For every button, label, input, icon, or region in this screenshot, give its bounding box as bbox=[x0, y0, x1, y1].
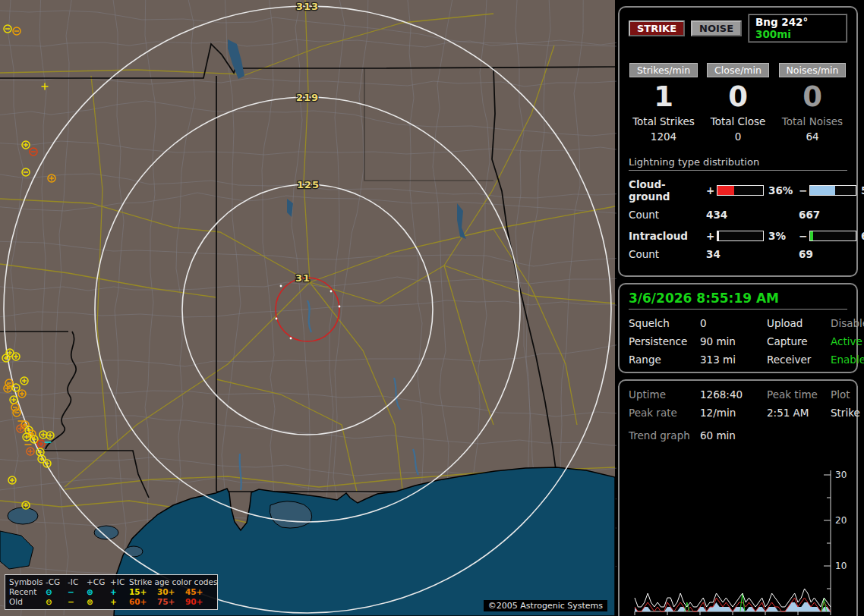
lightning-map[interactable]: 313 219 125 31 Symbols -CG -IC +CG +IC S… bbox=[0, 0, 616, 616]
close-per-min-chip[interactable]: Close/min bbox=[707, 63, 769, 77]
trend-graph-label: Trend graph bbox=[629, 429, 700, 442]
status-panel: STRIKE NOISE Bng 242° 300mi Strikes/min … bbox=[616, 0, 864, 616]
ic-negative-count: 69 bbox=[799, 248, 847, 260]
total-noises-value: 64 bbox=[777, 130, 847, 143]
total-strikes-value: 1204 bbox=[629, 130, 698, 143]
range-value: 313 mi bbox=[700, 354, 767, 366]
lightning-distribution: Lightning type distribution Cloud-ground… bbox=[629, 156, 847, 260]
status-grid: Squelch 0 Upload Disabled Persistence 90… bbox=[629, 317, 847, 366]
strikes-per-min: Strikes/min 1 Total Strikes 1204 bbox=[629, 62, 698, 143]
map-legend: Symbols -CG -IC +CG +IC Strike age color… bbox=[5, 574, 218, 610]
legend-row: Old⊖−⊕+60+75+90+ bbox=[9, 597, 213, 607]
lake-pontchartrain bbox=[270, 501, 311, 528]
cg-negative-count: 667 bbox=[799, 209, 847, 221]
age-code-label: 30+ bbox=[157, 587, 185, 597]
legend-symbols-label: Symbols bbox=[9, 577, 46, 587]
noises-per-min-value: 0 bbox=[777, 80, 847, 114]
trend-graph-label-row: Trend graph 60 min bbox=[629, 429, 847, 442]
noises-per-min: Noises/min 0 Total Noises 64 bbox=[777, 62, 847, 143]
legend-col-pcg: +CG bbox=[87, 577, 110, 587]
rate-counters: Strikes/min 1 Total Strikes 1204 Close/m… bbox=[629, 62, 847, 143]
ring-label-313: 313 bbox=[296, 1, 319, 12]
cg-positive-pct: 36% bbox=[764, 184, 799, 196]
noises-per-min-chip[interactable]: Noises/min bbox=[779, 63, 847, 77]
total-noises-label: Total Noises bbox=[777, 115, 847, 127]
persistence-value: 90 min bbox=[700, 335, 767, 347]
legend-symbol-icon: ⊕ bbox=[87, 597, 110, 607]
map-canvas: 313 219 125 31 bbox=[0, 0, 616, 616]
ic-negative-bar bbox=[809, 231, 856, 241]
peak-time-label: Peak time bbox=[767, 388, 831, 401]
close-per-min-value: 0 bbox=[703, 80, 773, 114]
plot-label: Plot bbox=[831, 388, 860, 401]
trend-graph: 1020306050403020100min bbox=[629, 443, 856, 616]
strike-toggle-button[interactable]: STRIKE bbox=[629, 20, 685, 36]
intracloud-label: Intracloud bbox=[629, 230, 706, 242]
ic-positive-bar bbox=[717, 231, 764, 241]
legend-rows: Recent⊖−⊕+15+30+45+Old⊖−⊕+60+75+90+ bbox=[9, 587, 213, 607]
legend-col-pic: +IC bbox=[110, 577, 129, 587]
age-code-label: 90+ bbox=[185, 597, 213, 607]
total-close-value: 0 bbox=[703, 130, 773, 143]
bearing-badge: Bng 242° 300mi bbox=[748, 14, 847, 42]
trend-box: Uptime 1268:40 Peak time Plot Peak rate … bbox=[618, 379, 858, 616]
upload-label: Upload bbox=[767, 317, 831, 329]
svg-text:10: 10 bbox=[835, 561, 847, 571]
system-status-box: 3/6/2026 8:55:19 AM Squelch 0 Upload Dis… bbox=[618, 283, 858, 373]
ic-negative-pct: 6% bbox=[856, 230, 864, 242]
legend-symbol-icon: ⊕ bbox=[87, 587, 110, 597]
peak-rate-label: Peak rate bbox=[629, 407, 700, 419]
strikes-per-min-value: 1 bbox=[629, 80, 698, 114]
legend-header-row: Symbols -CG -IC +CG +IC Strike age color… bbox=[9, 577, 213, 587]
intracloud-row: Intracloud + 3% − 6% bbox=[629, 230, 847, 242]
cloud-ground-label: Cloud-ground bbox=[629, 178, 706, 203]
squelch-value: 0 bbox=[700, 317, 767, 329]
distribution-title: Lightning type distribution bbox=[629, 156, 847, 171]
intracloud-counts: Count 34 69 bbox=[629, 248, 847, 260]
legend-symbol-icon: ⊖ bbox=[46, 587, 68, 597]
legend-symbol-icon: ⊖ bbox=[46, 597, 68, 607]
datetime-display: 3/6/2026 8:55:19 AM bbox=[629, 291, 847, 310]
legend-col-ncg: -CG bbox=[46, 577, 68, 587]
legend-symbol-icon: + bbox=[110, 587, 129, 597]
legend-symbol-icon: + bbox=[110, 597, 129, 607]
cloud-ground-counts: Count 434 667 bbox=[629, 209, 847, 221]
uptime-grid: Uptime 1268:40 Peak time Plot Peak rate … bbox=[629, 388, 847, 419]
cg-positive-bar bbox=[717, 185, 764, 196]
trend-graph-window: 60 min bbox=[700, 429, 847, 442]
persistence-label: Persistence bbox=[629, 335, 700, 347]
legend-symbol-icon: − bbox=[68, 587, 87, 597]
total-close-label: Total Close bbox=[703, 115, 773, 127]
copyright-text: ©2005 Astrogenic Systems bbox=[484, 600, 607, 611]
age-code-label: 45+ bbox=[185, 587, 213, 597]
uptime-value: 1268:40 bbox=[700, 388, 767, 401]
legend-col-nic: -IC bbox=[68, 577, 87, 587]
age-code-label: 60+ bbox=[129, 597, 157, 607]
legend-age-header: Strike age color codes bbox=[129, 577, 213, 587]
bearing-value: Bng 242° bbox=[755, 16, 808, 28]
uptime-label: Uptime bbox=[629, 388, 700, 401]
ic-positive-pct: 3% bbox=[764, 230, 799, 242]
squelch-label: Squelch bbox=[629, 317, 700, 329]
bearing-range: 300mi bbox=[755, 28, 791, 40]
mode-toggle-row: STRIKE NOISE Bng 242° 300mi bbox=[629, 14, 847, 42]
strikes-per-min-chip[interactable]: Strikes/min bbox=[629, 63, 698, 77]
range-label: Range bbox=[629, 354, 700, 366]
close-per-min: Close/min 0 Total Close 0 bbox=[703, 62, 773, 143]
age-code-label: 15+ bbox=[129, 587, 157, 597]
strike-stats-box: STRIKE NOISE Bng 242° 300mi Strikes/min … bbox=[618, 6, 858, 277]
upload-value: Disabled bbox=[831, 317, 864, 329]
plot-value: Strike bbox=[831, 407, 860, 419]
ic-positive-count: 34 bbox=[706, 248, 799, 260]
ring-label-31: 31 bbox=[295, 272, 311, 284]
peak-time-value: 2:51 AM bbox=[767, 407, 831, 419]
receiver-value: Enabled bbox=[831, 354, 864, 366]
legend-symbol-icon: − bbox=[68, 597, 87, 607]
capture-label: Capture bbox=[767, 335, 831, 347]
svg-text:20: 20 bbox=[835, 515, 847, 526]
cg-positive-count: 434 bbox=[706, 209, 799, 221]
noise-toggle-button[interactable]: NOISE bbox=[691, 20, 742, 36]
cg-negative-pct: 55% bbox=[856, 184, 864, 196]
ring-label-125: 125 bbox=[297, 179, 320, 190]
peak-rate-value: 12/min bbox=[700, 407, 767, 419]
